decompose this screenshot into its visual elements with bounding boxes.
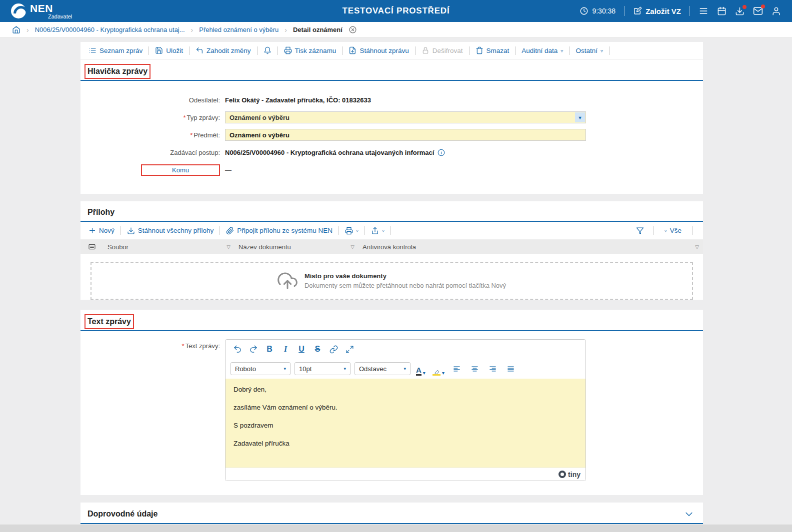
edit-icon [633,6,642,15]
column-header-antivirus[interactable]: Antivirová kontrola ▽ [358,240,703,254]
user-icon[interactable] [772,6,781,16]
text-color-button[interactable]: A ▾ [414,362,427,376]
message-list-button[interactable]: Seznam zpráv [86,46,144,54]
undo-icon[interactable] [230,342,244,356]
create-vz-button[interactable]: Založit VZ [633,6,681,15]
subject-label: *Předmět: [80,131,225,139]
message-type-select[interactable]: Oznámení o výběru ▾ [225,111,586,123]
notification-button[interactable] [262,46,274,54]
breadcrumb-item-overview[interactable]: Přehled oznámení o výběru [199,26,278,33]
home-icon[interactable] [12,25,20,34]
recipient-label: Komu [141,164,220,176]
delete-button[interactable]: Smazat [474,46,512,54]
dropdown-triangle-icon: ▿ [560,48,563,53]
underline-button[interactable]: U [294,342,308,356]
breadcrumb-item-procedure[interactable]: N006/25/V00004960 - Kryptografická ochra… [35,26,185,33]
tiny-brand: tiny [568,471,580,479]
recipient-row: Komu — [80,163,703,176]
expand-chevron-icon[interactable] [684,509,694,519]
attachments-dropzone[interactable]: Místo pro vaše dokumenty Dokumenty sem m… [90,262,693,300]
calendar-icon[interactable] [717,6,726,16]
paperclip-icon [226,227,234,235]
text-color-icon: A [416,366,422,376]
select-rows-icon [88,243,96,251]
printer-icon [284,46,292,54]
chevron-down-icon: ▾ [284,366,286,371]
filter-all-label: Vše [670,227,682,234]
header-separator [690,6,690,16]
sender-label: Odesílatel: [80,96,225,104]
page-content: Seznam zpráv Uložit Zahodit změny [0,38,792,532]
filter-triangle-icon[interactable]: ▽ [226,244,230,250]
close-tab-icon[interactable] [348,25,357,34]
editor-statusbar: tiny [226,468,586,481]
chevron-down-icon: ▾ [423,370,426,376]
print-record-label: Tisk záznamu [295,47,336,54]
info-icon[interactable] [438,149,445,156]
other-label: Ostatní [576,47,598,54]
delete-label: Smazat [486,47,510,54]
app-header: NEN Zadavatel TESTOVACÍ PROSTŘEDÍ 9:30:3… [0,0,792,22]
header-separator [624,6,624,16]
select-rows-header[interactable] [80,240,104,254]
bell-icon [264,46,272,54]
record-toolbar: Seznam zpráv Uložit Zahodit změny [80,42,703,59]
mail-icon[interactable] [753,6,763,16]
download-message-button[interactable]: Stáhnout zprávu [346,46,410,54]
trash-icon [476,46,484,54]
filter-triangle-icon[interactable]: ▽ [695,244,699,250]
decrypt-button[interactable]: Dešifrovat [420,46,465,54]
italic-button[interactable]: I [278,342,292,356]
subject-input[interactable] [225,129,586,141]
other-button[interactable]: Ostatní ▿ [574,47,605,54]
align-left-icon[interactable] [450,362,464,376]
font-size-select[interactable]: 10pt ▾ [294,362,350,375]
required-marker: * [182,342,184,350]
select-chevron-icon[interactable]: ▾ [575,112,585,122]
column-header-file[interactable]: Soubor ▽ [104,240,234,254]
align-right-icon[interactable] [486,362,500,376]
strikethrough-button[interactable]: S [310,342,324,356]
new-attachment-button[interactable]: Nový [86,227,116,234]
dropdown-triangle-icon: ▿ [356,228,358,233]
print-attachments-button[interactable]: ▿ [343,227,360,235]
font-family-select[interactable]: Roboto ▾ [230,362,290,375]
filter-all-button[interactable]: ▿ Vše [662,227,684,234]
chevron-down-icon: ▾ [344,366,346,371]
attach-from-nen-button[interactable]: Připojit přílohu ze systému NEN [224,227,334,235]
list-icon [88,46,96,54]
message-text-card: Text zprávy *Text zprávy: B I U S [80,310,703,495]
export-attachments-button[interactable]: ▿ [369,227,386,235]
align-justify-icon[interactable] [504,362,518,376]
funnel-icon[interactable] [636,227,644,235]
redo-icon[interactable] [246,342,260,356]
paragraph-format-select[interactable]: Odstavec ▾ [354,362,410,375]
message-line: S pozdravem [234,422,578,429]
save-button[interactable]: Uložit [153,46,185,54]
breadcrumb-item-current: Detail oznámení [293,26,342,33]
recipient-label-wrap: Komu [80,164,225,176]
recipient-value: — [225,166,232,174]
editor-content[interactable]: Dobrý den, zasíláme Vám oznámení o výběr… [226,379,586,468]
link-icon[interactable] [326,342,340,356]
save-label: Uložit [166,47,183,54]
align-center-icon[interactable] [468,362,482,376]
fullscreen-icon[interactable] [342,342,356,356]
column-header-document-name[interactable]: Název dokumentu ▽ [234,240,358,254]
bold-button[interactable]: B [262,342,276,356]
highlight-color-button[interactable]: ▾ [431,362,446,376]
lock-icon [422,46,430,54]
downloads-icon[interactable] [735,6,744,16]
nen-logo-icon [11,3,26,18]
printer-icon [345,227,353,235]
audit-data-label: Auditní data [522,47,558,54]
audit-data-button[interactable]: Auditní data ▿ [520,47,565,54]
clock-icon [580,6,588,15]
bottom-strip [0,525,792,532]
discard-changes-button[interactable]: Zahodit změny [194,46,253,54]
filter-triangle-icon[interactable]: ▽ [350,244,354,250]
print-record-button[interactable]: Tisk záznamu [282,46,338,54]
download-icon [127,227,135,235]
menu-icon[interactable] [698,6,708,16]
download-all-attachments-button[interactable]: Stáhnout všechny přílohy [125,227,216,235]
